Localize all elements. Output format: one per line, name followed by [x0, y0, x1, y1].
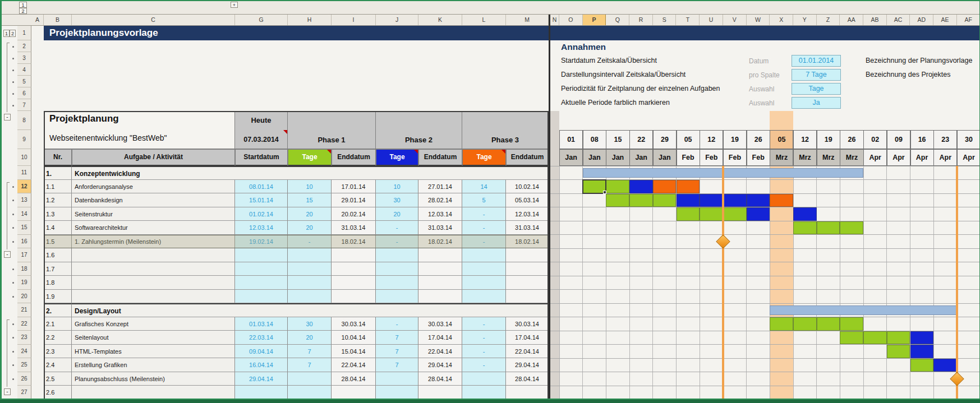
column-header-J[interactable]: J — [376, 15, 418, 25]
gantt-bar-cell-blue-r13c6[interactable] — [700, 194, 723, 207]
task-e2-cell-1.2[interactable]: 28.02.14 — [418, 193, 462, 207]
task-e1-cell-2.5[interactable]: 28.04.14 — [332, 372, 376, 386]
gantt-bar-cell-green-r25c15[interactable] — [910, 359, 934, 372]
task-nr-cell-1.5[interactable]: 1.5 — [44, 235, 72, 249]
table-column-header-1[interactable]: Aufgabe / Aktivität — [72, 149, 235, 166]
task-t3-cell-1.9[interactable] — [462, 290, 506, 304]
collapse-group-button[interactable]: - — [4, 114, 11, 121]
table-column-header-3[interactable]: Tage — [288, 149, 332, 166]
table-column-header-8[interactable]: Enddatum — [506, 149, 549, 166]
task-t2-cell-1.9[interactable] — [376, 290, 418, 304]
task-e1-cell-2.4[interactable]: 22.04.14 — [332, 358, 376, 372]
annahmen-value-markieren[interactable]: Ja — [792, 97, 841, 109]
task-t3-cell-1.3[interactable]: - — [462, 207, 506, 221]
column-header-N[interactable]: N — [550, 15, 559, 25]
task-start-cell-1.8[interactable] — [235, 276, 288, 290]
task-nr-cell-1.3[interactable]: 1.3 — [44, 207, 72, 221]
table-column-header-7[interactable]: Tage — [462, 149, 506, 166]
task-e2-cell-1.3[interactable]: 12.03.14 — [418, 207, 462, 221]
column-header-M[interactable]: M — [506, 15, 549, 25]
gantt-section-bar-row21[interactable] — [770, 305, 957, 315]
task-t2-cell-1.2[interactable]: 30 — [376, 193, 418, 207]
task-e3-cell-1.6[interactable] — [506, 248, 549, 262]
milestone-diamond-row26[interactable] — [950, 372, 964, 386]
gantt-bar-cell-green-r23c13[interactable] — [863, 331, 887, 345]
gantt-date-header-05-5[interactable]: 05 — [677, 130, 700, 149]
gantt-bar-cell-blue-r14c10[interactable] — [793, 207, 817, 221]
column-header-G[interactable]: G — [235, 15, 288, 25]
task-t3-cell-1.1[interactable]: 14 — [462, 180, 506, 194]
gantt-bar-cell-green-r22c9[interactable] — [770, 317, 793, 331]
task-name-cell-1.8[interactable] — [72, 276, 235, 290]
gantt-bar-cell-green-r14c5[interactable] — [677, 207, 700, 221]
gantt-bar-cell-orange-r12c5[interactable] — [677, 180, 700, 193]
task-t3-cell-2.6[interactable] — [462, 386, 506, 399]
gantt-date-header-05-9[interactable]: 05 — [770, 130, 793, 149]
task-t1-cell-2.5[interactable] — [288, 372, 332, 386]
task-t2-cell-2.2[interactable]: 7 — [376, 331, 418, 345]
gantt-month-header-Apr-16[interactable]: Apr — [933, 149, 957, 166]
row-header-11[interactable]: 11 — [17, 166, 31, 180]
column-header-P[interactable]: P — [583, 15, 606, 25]
outline-level-1-button[interactable]: 1 — [19, 2, 27, 8]
gantt-month-header-Apr-14[interactable]: Apr — [887, 149, 910, 166]
column-header-I[interactable]: I — [332, 15, 376, 25]
gantt-bar-cell-green-r13c4[interactable] — [653, 194, 677, 207]
task-t3-cell-2.4[interactable]: - — [462, 358, 506, 372]
column-header-AE[interactable]: AE — [933, 15, 957, 25]
row-header-18[interactable]: 18 — [17, 262, 31, 276]
row-header-14[interactable]: 14 — [17, 207, 31, 221]
task-e1-cell-1.5[interactable]: 18.02.14 — [332, 235, 376, 249]
gantt-month-header-Jan-0[interactable]: Jan — [559, 149, 583, 166]
heute-date-cell[interactable]: 07.03.2014 — [235, 130, 288, 149]
task-name-cell-2.2[interactable]: Seitenlayout — [72, 331, 235, 345]
heute-label-cell[interactable]: Heute — [235, 111, 288, 130]
row-header-15[interactable]: 15 — [17, 221, 31, 235]
task-e2-cell-1.1[interactable]: 27.01.14 — [418, 180, 462, 194]
task-e1-cell-1.7[interactable] — [332, 262, 376, 276]
row-header-9[interactable]: 9 — [17, 130, 31, 149]
section-title-cell[interactable]: Konzeptentwicklung — [72, 166, 549, 180]
fill-handle[interactable] — [603, 191, 606, 194]
task-t2-cell-1.8[interactable] — [376, 276, 418, 290]
task-t3-cell-2.2[interactable]: - — [462, 331, 506, 345]
gantt-date-header-26-12[interactable]: 26 — [840, 130, 863, 149]
task-t3-cell-1.4[interactable]: - — [462, 221, 506, 235]
gantt-bar-cell-green-r14c6[interactable] — [700, 207, 723, 221]
task-t2-cell-2.6[interactable] — [376, 386, 418, 399]
gantt-bar-cell-blue-r25c16[interactable] — [933, 359, 957, 372]
collapse-group-button[interactable]: - — [4, 388, 11, 395]
gantt-bar-cell-green-r23c14[interactable] — [887, 331, 910, 345]
task-e2-cell-1.7[interactable] — [418, 262, 462, 276]
task-t3-cell-2.1[interactable]: - — [462, 317, 506, 331]
task-start-cell-1.7[interactable] — [235, 262, 288, 276]
task-start-cell-1.5[interactable]: 19.02.14 — [235, 235, 288, 249]
gantt-date-header-12-10[interactable]: 12 — [793, 130, 817, 149]
column-header-O[interactable]: O — [559, 15, 583, 25]
task-e3-cell-2.1[interactable]: 30.03.14 — [506, 317, 549, 331]
gantt-bar-cell-green-r15c10[interactable] — [793, 221, 817, 235]
task-nr-cell-1.4[interactable]: 1.4 — [44, 221, 72, 235]
column-header-Q[interactable]: Q — [606, 15, 629, 25]
task-e3-cell-1.8[interactable] — [506, 276, 549, 290]
gantt-date-header-30-17[interactable]: 30 — [957, 130, 979, 149]
gantt-month-header-Apr-13[interactable]: Apr — [863, 149, 887, 166]
row-header-17[interactable]: 17 — [17, 248, 31, 262]
row-header-13[interactable]: 13 — [17, 193, 31, 207]
task-t1-cell-1.1[interactable]: 10 — [288, 180, 332, 194]
column-header-AD[interactable]: AD — [910, 15, 934, 25]
gantt-month-header-Mrz-12[interactable]: Mrz — [840, 149, 863, 166]
gantt-month-header-Jan-3[interactable]: Jan — [629, 149, 653, 166]
task-nr-cell-1.9[interactable]: 1.9 — [44, 290, 72, 304]
task-e3-cell-2.4[interactable]: 29.04.14 — [506, 358, 549, 372]
gantt-date-header-08-1[interactable]: 08 — [583, 130, 606, 149]
task-e1-cell-1.9[interactable] — [332, 290, 376, 304]
gantt-bar-cell-green-r12c2[interactable] — [606, 180, 629, 193]
task-e2-cell-2.6[interactable] — [418, 386, 462, 399]
task-name-cell-2.5[interactable]: Planungsabschluss (Meilenstein) — [72, 372, 235, 386]
section-nr-cell[interactable]: 1. — [44, 166, 72, 180]
gantt-bar-cell-green-r23c12[interactable] — [840, 331, 863, 345]
gantt-bar-cell-orange-r13c9[interactable] — [770, 194, 793, 207]
table-column-header-6[interactable]: Enddatum — [418, 149, 462, 166]
task-e3-cell-1.2[interactable]: 05.03.14 — [506, 193, 549, 207]
